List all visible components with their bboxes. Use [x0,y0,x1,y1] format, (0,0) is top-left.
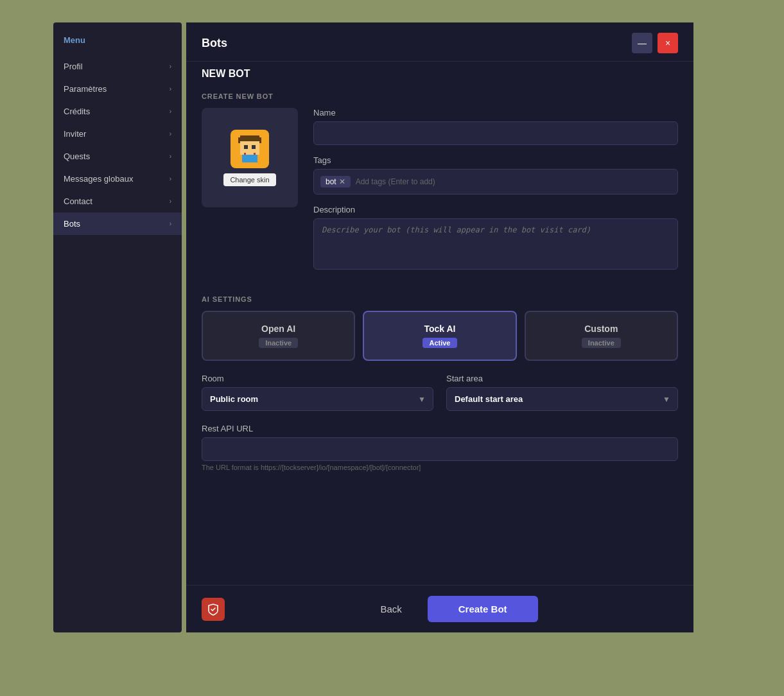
sidebar-item-label: Contact [64,196,92,206]
section-ai-label: AI SETTINGS [202,295,678,303]
tags-placeholder: Add tags (Enter to add) [356,177,435,186]
ai-card-custom[interactable]: Custom Inactive [525,311,678,361]
tags-input-container[interactable]: bot ✕ Add tags (Enter to add) [313,169,678,195]
start-area-select-container: Default start area ▼ [446,387,678,411]
url-hint: The URL format is https://[tockserver]/i… [202,464,678,471]
minimize-button[interactable]: — [632,33,652,53]
room-label: Room [202,374,433,383]
header-icons: — × [632,33,678,53]
svg-rect-2 [238,137,240,143]
ai-card-tockai-status: Active [422,338,457,348]
room-group: Room Public room ▼ [202,374,433,411]
logo-icon [207,603,220,616]
room-row: Room Public room ▼ Start area Default st… [202,374,678,411]
ai-cards: Open AI Inactive Tock AI Active Custom I… [202,311,678,361]
sidebar-item-inviter[interactable]: Inviter › [53,123,182,145]
name-input[interactable] [313,121,678,145]
sidebar-item-profil[interactable]: Profil › [53,55,182,78]
close-button[interactable]: × [658,33,678,53]
tags-label: Tags [313,155,678,165]
rest-api-label: Rest API URL [202,424,678,433]
sidebar-item-label: Messages globaux [64,174,133,184]
svg-rect-7 [244,153,246,155]
room-select-container: Public room ▼ [202,387,433,411]
description-textarea[interactable] [313,218,678,270]
rest-api-input[interactable] [202,437,678,461]
ai-card-openai-name: Open AI [261,324,295,334]
tag-remove-icon[interactable]: ✕ [339,178,345,186]
chevron-right-icon: › [170,130,171,137]
ai-card-custom-status: Inactive [582,338,621,348]
rest-api-group: Rest API URL The URL format is https://[… [202,424,678,471]
sidebar-menu-label: Menu [53,30,182,55]
name-field-group: Name [313,108,678,145]
name-label: Name [313,108,678,117]
ai-card-custom-name: Custom [584,324,618,334]
description-field-group: Description [313,205,678,272]
ai-card-tockai-name: Tock AI [424,324,455,334]
start-area-select[interactable]: Default start area [446,387,678,411]
footer-actions: Back Create Bot [225,596,678,622]
chevron-right-icon: › [170,108,171,115]
sub-header: NEW BOT [186,62,693,80]
chevron-right-icon: › [170,85,171,92]
tag-chip-bot: bot ✕ [320,176,351,187]
sidebar-item-label: Profil [64,62,83,71]
back-button[interactable]: Back [365,596,417,622]
sidebar-item-messages-globaux[interactable]: Messages globaux › [53,168,182,190]
start-area-group: Start area Default start area ▼ [446,374,678,411]
footer-logo [202,598,225,621]
create-bot-row: Change skin Name Tags bot ✕ Add tags (En… [202,108,678,283]
panel-footer: Back Create Bot [186,585,693,632]
create-bot-button[interactable]: Create Bot [428,596,538,622]
start-area-label: Start area [446,374,678,383]
svg-rect-4 [240,141,259,155]
panel-title: Bots [202,37,227,50]
sidebar-item-contact[interactable]: Contact › [53,190,182,213]
svg-rect-5 [244,145,248,149]
avatar-container: Change skin [202,108,298,207]
svg-rect-3 [259,137,261,143]
main-panel: Bots — × NEW BOT CREATE NEW BOT [186,22,693,632]
panel-content: CREATE NEW BOT [186,80,693,585]
tags-field-group: Tags bot ✕ Add tags (Enter to add) [313,155,678,195]
sidebar-item-label: Quests [64,152,90,161]
avatar-sprite [231,130,269,168]
change-skin-button[interactable]: Change skin [223,173,275,186]
sidebar-item-label: Crédits [64,107,90,116]
description-label: Description [313,205,678,214]
chevron-right-icon: › [170,198,171,205]
tag-value: bot [326,177,336,186]
section-create-label: CREATE NEW BOT [202,92,678,100]
ai-card-tockai[interactable]: Tock AI Active [363,311,516,361]
sidebar: Menu Profil › Paramètres › Crédits › Inv… [53,22,182,632]
ai-card-openai-status: Inactive [259,338,298,348]
sidebar-item-credits[interactable]: Crédits › [53,100,182,123]
panel-header: Bots — × [186,22,693,62]
sidebar-item-label: Paramètres [64,84,107,94]
ai-card-openai[interactable]: Open AI Inactive [202,311,355,361]
sidebar-item-label: Bots [64,219,80,229]
form-fields: Name Tags bot ✕ Add tags (Enter to add) … [313,108,678,283]
svg-rect-8 [254,153,256,155]
chevron-right-icon: › [170,175,171,182]
chevron-right-icon: › [170,153,171,160]
chevron-right-icon: › [170,220,171,227]
svg-rect-1 [240,135,259,141]
panel-subtitle: NEW BOT [202,68,250,79]
avatar-pixel-art [234,134,265,164]
room-select[interactable]: Public room [202,387,433,411]
sidebar-item-label: Inviter [64,129,86,139]
sidebar-item-bots[interactable]: Bots › [53,213,182,235]
sidebar-item-parametres[interactable]: Paramètres › [53,78,182,100]
sidebar-item-quests[interactable]: Quests › [53,145,182,168]
chevron-right-icon: › [170,63,171,70]
svg-rect-6 [252,145,256,149]
svg-rect-10 [242,155,257,162]
